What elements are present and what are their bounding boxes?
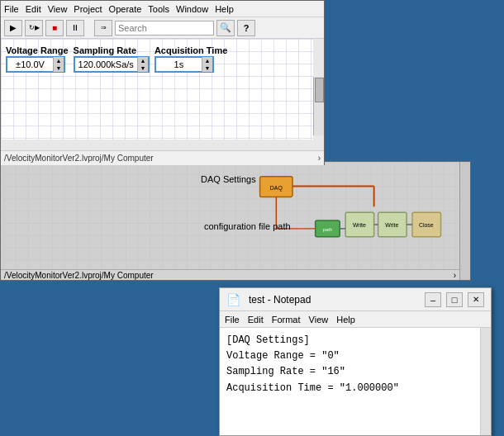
svg-text:Write: Write	[353, 222, 366, 228]
voltage-range-up[interactable]: ▲	[54, 57, 64, 64]
sampling-rate-label: Sampling Rate	[74, 45, 136, 55]
menu-help[interactable]: Help	[215, 4, 234, 14]
notepad-titlebar: 📄 test - Notepad – □ ✕	[220, 288, 491, 311]
acquisition-time-value: 1s	[156, 59, 202, 69]
sampling-rate-up[interactable]: ▲	[138, 57, 148, 64]
search-input[interactable]	[118, 23, 211, 33]
bd-status-bar: /VelocityMonitorVer2.lvproj/My Computer …	[1, 269, 459, 280]
daq-settings-label: DAQ Settings	[201, 174, 256, 184]
front-panel-window: File Edit View Project Operate Tools Win…	[0, 0, 325, 165]
run-button[interactable]: ▶	[4, 20, 22, 36]
notepad-menu-view[interactable]: View	[309, 315, 329, 325]
fp-status-text: /VelocityMonitorVer2.lvproj/My Computer	[4, 154, 154, 163]
notepad-menu-format[interactable]: Format	[272, 315, 301, 325]
notepad-maximize-button[interactable]: □	[446, 292, 463, 307]
menu-tools[interactable]: Tools	[148, 4, 169, 14]
controls-row: Voltage Range ±10.0V ▲ ▼ Sampling Rate 1…	[1, 39, 324, 76]
fp-vscrollbar-thumb[interactable]	[315, 78, 324, 102]
menu-project[interactable]: Project	[74, 4, 102, 14]
svg-text:DAQ: DAQ	[270, 185, 283, 192]
acquisition-time-label: Acquisition Time	[155, 45, 227, 55]
notepad-line-1: [DAQ Settings]	[226, 333, 484, 348]
voltage-range-value: ±10.0V	[7, 59, 53, 69]
block-diagram-region: DAQ path Write Write Close DAQ Settings …	[0, 161, 471, 281]
sampling-rate-value: 120.000kSa/s	[75, 59, 137, 69]
notepad-menubar: File Edit Format View Help	[220, 311, 491, 328]
menu-edit[interactable]: Edit	[26, 4, 41, 14]
notepad-menu-help[interactable]: Help	[336, 315, 355, 325]
bd-status-text: /VelocityMonitorVer2.lvproj/My Computer	[4, 271, 154, 280]
notepad-close-button[interactable]: ✕	[468, 292, 484, 307]
acquisition-time-spinner: ▲ ▼	[202, 57, 212, 72]
menubar: File Edit View Project Operate Tools Win…	[1, 1, 324, 17]
svg-text:Close: Close	[419, 222, 434, 228]
notepad-vscrollbar[interactable]	[480, 328, 491, 435]
notepad-line-3: Sampling Rate = "16"	[226, 364, 484, 380]
search-box	[115, 21, 214, 36]
acquisition-time-down[interactable]: ▼	[202, 64, 212, 72]
help-button[interactable]: ?	[237, 20, 255, 36]
notepad-title: test - Notepad	[249, 294, 420, 306]
notepad-line-4: Acquisition Time = "1.000000"	[226, 381, 484, 396]
notepad-icon: 📄	[226, 293, 240, 306]
acquisition-time-up[interactable]: ▲	[202, 57, 212, 64]
run-cont-button[interactable]: ↻▶	[25, 20, 43, 36]
voltage-range-down[interactable]: ▼	[54, 64, 64, 72]
voltage-range-control: Voltage Range ±10.0V ▲ ▼	[6, 45, 69, 73]
notepad-window: 📄 test - Notepad – □ ✕ File Edit Format …	[219, 287, 492, 436]
acquisition-time-body: 1s ▲ ▼	[155, 56, 214, 73]
sampling-rate-body: 120.000kSa/s ▲ ▼	[74, 56, 150, 73]
menu-file[interactable]: File	[4, 4, 19, 14]
menu-operate[interactable]: Operate	[109, 4, 142, 14]
voltage-range-label: Voltage Range	[6, 45, 69, 55]
sampling-rate-spinner: ▲ ▼	[137, 57, 148, 72]
menu-view[interactable]: View	[48, 4, 68, 14]
svg-text:Write: Write	[385, 222, 398, 228]
search-button[interactable]: 🔍	[216, 20, 235, 36]
notepad-menu-edit[interactable]: Edit	[248, 315, 264, 325]
step-over-button[interactable]: ⇒	[94, 20, 112, 36]
menu-window[interactable]: Window	[176, 4, 208, 14]
bd-vscrollbar[interactable]	[459, 162, 470, 280]
voltage-range-spinner: ▲ ▼	[53, 57, 64, 72]
sampling-rate-down[interactable]: ▼	[138, 64, 148, 72]
sampling-rate-control: Sampling Rate 120.000kSa/s ▲ ▼	[74, 45, 150, 73]
bd-hscroll-right[interactable]: ›	[454, 271, 456, 280]
fp-status-bar: /VelocityMonitorVer2.lvproj/My Computer …	[1, 150, 324, 165]
toolbar: ▶ ↻▶ ■ ⏸ ⇒ 🔍 ?	[1, 17, 324, 39]
pause-button[interactable]: ⏸	[66, 20, 84, 36]
voltage-range-body: ±10.0V ▲ ▼	[6, 56, 65, 73]
config-path-label: configuration file path	[204, 221, 291, 231]
notepad-line-2: Voltage Range = "0"	[226, 348, 484, 364]
notepad-menu-file[interactable]: File	[225, 315, 240, 325]
abort-button[interactable]: ■	[45, 20, 64, 36]
svg-text:path: path	[323, 227, 333, 232]
fp-vscrollbar[interactable]	[313, 77, 324, 135]
fp-hscroll-right[interactable]: ›	[318, 154, 321, 163]
acquisition-time-control: Acquisition Time 1s ▲ ▼	[155, 45, 227, 73]
notepad-minimize-button[interactable]: –	[425, 292, 441, 307]
fp-canvas: Voltage Range ±10.0V ▲ ▼ Sampling Rate 1…	[1, 39, 324, 150]
notepad-content: [DAQ Settings] Voltage Range = "0" Sampl…	[220, 328, 491, 435]
